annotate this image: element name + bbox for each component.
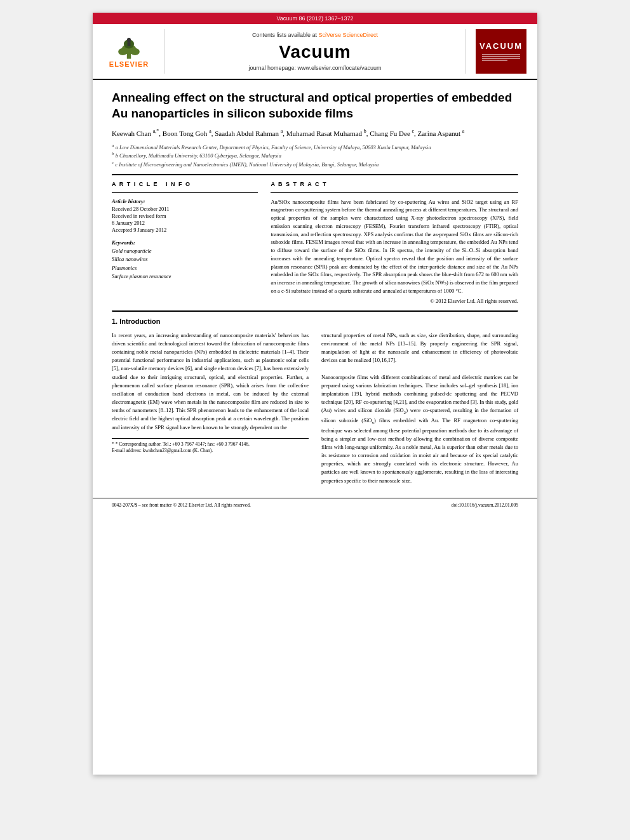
svg-point-2: [118, 48, 127, 55]
journal-title: Vacuum: [279, 42, 351, 62]
intro-col2: structural properties of metal NPs, such…: [321, 331, 518, 485]
abstract-divider: [271, 192, 518, 193]
article-title: Annealing effect on the structural and o…: [112, 90, 518, 121]
affiliations: a a Low Dimensional Materials Research C…: [112, 143, 518, 169]
svg-point-5: [127, 38, 131, 42]
introduction-body: In recent years, an increasing understan…: [112, 331, 518, 485]
footnote-area: * * Corresponding author. Tel.: +60 3 79…: [112, 438, 309, 455]
vacuum-logo-area: VACUUM: [473, 29, 530, 74]
article-info-label: A R T I C L E I N F O: [112, 181, 258, 187]
received-date: Received 28 October 2011: [112, 206, 258, 212]
section-divider-top: [112, 174, 518, 176]
intro-col2-text: structural properties of metal NPs, such…: [321, 331, 518, 485]
info-abstract-section: A R T I C L E I N F O Article history: R…: [112, 181, 518, 304]
email-note: E-mail address: kwahchan23@gmail.com (K.…: [112, 448, 309, 455]
intro-col1: In recent years, an increasing understan…: [112, 331, 309, 485]
svg-point-3: [130, 48, 139, 55]
journal-homepage: journal homepage: www.elsevier.com/locat…: [248, 65, 381, 71]
vacuum-logo-decoration: [482, 53, 520, 62]
journal-header: ELSEVIER Contents lists available at Sci…: [93, 24, 537, 80]
keywords-label: Keywords:: [112, 239, 258, 246]
keyword-4: Surface plasmon resonance: [112, 272, 258, 281]
revised-date: 6 January 2012: [112, 220, 258, 226]
corresponding-author-note: * * Corresponding author. Tel.: +60 3 79…: [112, 441, 309, 448]
page-footer: 0042-207X/$ – see front matter © 2012 El…: [93, 498, 537, 510]
vacuum-logo-box: VACUUM: [476, 29, 526, 74]
page: Vacuum 86 (2012) 1367–1372 ELSEVIER: [93, 13, 537, 775]
history-label: Article history:: [112, 198, 258, 204]
banner-text: Vacuum 86 (2012) 1367–1372: [277, 15, 354, 22]
affiliation-c: c c Institute of Microengineering and Na…: [112, 160, 518, 169]
journal-banner: Vacuum 86 (2012) 1367–1372: [93, 13, 537, 24]
abstract-column: A B S T R A C T Au/SiOx nanocomposite fi…: [271, 181, 518, 304]
contents-text: Contents lists available at: [252, 32, 317, 38]
keyword-2: Silica nanowires: [112, 255, 258, 264]
vacuum-logo-title: VACUUM: [479, 41, 523, 51]
doi-line: doi:10.1016/j.vacuum.2012.01.005: [452, 502, 518, 508]
authors-line: Keewah Chan a,*, Boon Tong Goh a, Saadah…: [112, 128, 518, 138]
elsevier-logo: ELSEVIER: [104, 32, 154, 70]
svg-rect-6: [128, 42, 131, 46]
elsevier-tree-icon: [113, 35, 145, 60]
sciverse-link[interactable]: SciVerse ScienceDirect: [319, 32, 379, 38]
issn-line: 0042-207X/$ – see front matter © 2012 El…: [112, 502, 251, 508]
received-revised-label: Received in revised form: [112, 213, 258, 219]
abstract-text: Au/SiOx nanocomposite films have been fa…: [271, 198, 518, 295]
keywords-list: Gold nanoparticle Silica nanowires Plasm…: [112, 247, 258, 281]
article-info-column: A R T I C L E I N F O Article history: R…: [112, 181, 258, 304]
affiliation-a: a a Low Dimensional Materials Research C…: [112, 143, 518, 152]
accepted-date: Accepted 9 January 2012: [112, 227, 258, 233]
keyword-3: Plasmonics: [112, 264, 258, 273]
keyword-1: Gold nanoparticle: [112, 247, 258, 256]
info-divider: [112, 192, 258, 193]
introduction-heading: 1. Introduction: [112, 317, 518, 325]
elsevier-wordmark: ELSEVIER: [109, 60, 149, 68]
sciverse-line: Contents lists available at SciVerse Sci…: [252, 32, 378, 38]
copyright-line: © 2012 Elsevier Ltd. All rights reserved…: [271, 298, 518, 304]
section-divider-bottom: [112, 310, 518, 312]
article-content: Annealing effect on the structural and o…: [93, 80, 537, 498]
affiliation-b: b b Chancellory, Multimedia University, …: [112, 151, 518, 160]
abstract-label: A B S T R A C T: [271, 181, 518, 187]
elsevier-logo-area: ELSEVIER: [100, 29, 158, 74]
intro-col1-text: In recent years, an increasing understan…: [112, 331, 309, 432]
journal-info-center: Contents lists available at SciVerse Sci…: [164, 29, 466, 74]
